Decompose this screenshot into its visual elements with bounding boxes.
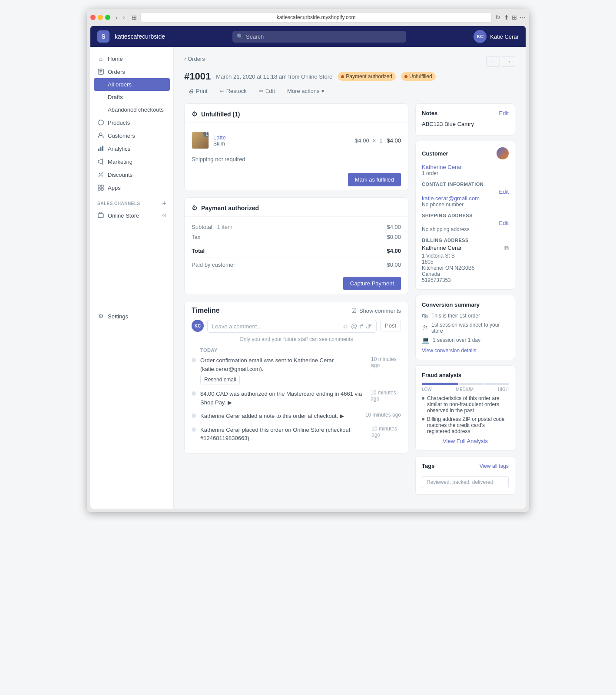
marketing-icon	[97, 158, 104, 165]
timeline-dot	[192, 427, 196, 432]
discounts-icon	[97, 171, 104, 178]
svg-rect-15	[98, 214, 103, 218]
unfulfilled-icon: ⚙	[192, 110, 198, 118]
item-name[interactable]: Latte	[213, 134, 351, 141]
print-button[interactable]: 🖨 Print	[184, 86, 212, 96]
sidebar-item-orders[interactable]: Orders	[90, 65, 173, 78]
payment-badge-dot	[341, 75, 344, 78]
sidebar-item-settings[interactable]: ⚙ Settings	[90, 309, 173, 323]
sidebar-item-discounts[interactable]: Discounts	[90, 168, 173, 181]
billing-name: Katherine Cerar	[422, 245, 474, 251]
resend-email-button[interactable]: Resend email	[200, 375, 240, 384]
svg-point-8	[99, 173, 100, 174]
forward-button[interactable]: ›	[121, 13, 127, 22]
svg-point-4	[99, 133, 102, 136]
mention-icon[interactable]: @	[351, 323, 357, 330]
url-bar[interactable]: katiescafecurbside.myshopify.com	[140, 12, 492, 23]
contact-edit-button[interactable]: Edit	[499, 189, 509, 195]
sidebar-label-home: Home	[108, 56, 123, 62]
sidebar-item-marketing[interactable]: Marketing	[90, 155, 173, 168]
sidebar-item-apps[interactable]: Apps	[90, 181, 173, 194]
contact-info-label: CONTACT INFORMATION	[422, 182, 509, 187]
comment-input-box[interactable]: Leave a comment... ☺ @ # 🖇	[207, 320, 377, 333]
view-analysis-link[interactable]: View Full Analysis	[422, 438, 509, 444]
new-tab-button[interactable]: ⊞	[512, 14, 517, 21]
restock-button[interactable]: ↩ Restock	[215, 86, 251, 96]
fraud-title: Fraud analysis	[422, 372, 461, 378]
minimize-dot[interactable]	[98, 15, 103, 20]
customer-card: Customer Katherine Cerar 1 order CONTACT…	[415, 141, 515, 290]
sidebar-item-analytics[interactable]: Analytics	[90, 142, 173, 155]
timeline-event-3: Katherine Cerar placed this order on Onl…	[192, 426, 401, 443]
sidebar-label-analytics: Analytics	[108, 146, 130, 152]
apps-icon	[97, 184, 104, 191]
fraud-bullet-0	[422, 397, 424, 400]
close-dot[interactable]	[90, 15, 96, 20]
settings-icon: ⚙	[97, 313, 104, 320]
tags-input[interactable]	[422, 476, 509, 488]
reload-button[interactable]: ↻	[495, 14, 500, 21]
timeline-dot	[192, 391, 196, 396]
prev-order-button[interactable]: ←	[486, 56, 500, 67]
copy-address-icon[interactable]: ⧉	[504, 245, 509, 252]
fulfillment-status-badge: Unfulfilled	[401, 72, 436, 81]
emoji-icon[interactable]: ☺	[342, 323, 348, 330]
timeline-event-time-0: 10 minutes ago	[371, 356, 401, 368]
sidebar-item-drafts[interactable]: Drafts	[90, 91, 173, 103]
maximize-dot[interactable]	[105, 15, 110, 20]
sidebar-label-marketing: Marketing	[108, 159, 132, 165]
more-actions-button[interactable]: More actions ▾	[283, 86, 328, 96]
sidebar-item-products[interactable]: Products	[90, 116, 173, 129]
session-icon: 💻	[422, 337, 429, 344]
home-icon: ⌂	[97, 55, 104, 62]
sidebar-item-home[interactable]: ⌂ Home	[90, 52, 173, 65]
attachment-icon[interactable]: 🖇	[366, 323, 372, 330]
edit-icon: ✏	[259, 88, 264, 94]
item-total: $4.00	[387, 137, 401, 144]
view-conversion-link[interactable]: View conversion details	[422, 348, 476, 354]
conversion-line1: This is their 1st order	[431, 313, 480, 319]
search-bar[interactable]: 🔍 Search	[232, 31, 406, 43]
user-avatar[interactable]: KC	[474, 30, 487, 43]
breadcrumb[interactable]: ‹ Orders	[184, 56, 205, 62]
sidebar-item-online-store[interactable]: Online Store ⊙	[90, 209, 173, 222]
back-button[interactable]: ‹	[114, 13, 119, 22]
sidebar-label-online-store: Online Store	[108, 212, 139, 219]
products-icon	[97, 119, 104, 126]
share-button[interactable]: ⬆	[504, 14, 509, 21]
view-all-tags-link[interactable]: View all tags	[480, 463, 509, 469]
orders-icon	[97, 68, 104, 75]
fraud-bullet-1	[422, 418, 424, 420]
sidebar-item-abandoned[interactable]: Abandoned checkouts	[90, 103, 173, 116]
show-comments-toggle[interactable]: ☑ Show comments	[351, 308, 401, 314]
fraud-point-text-0: Characteristics of this order are simila…	[427, 395, 509, 414]
item-price: $4.00	[355, 137, 369, 144]
customer-email[interactable]: katie.cerar@gmail.com	[422, 195, 509, 202]
mark-fulfilled-button[interactable]: Mark as fulfilled	[348, 173, 401, 186]
edit-button[interactable]: ✏ Edit	[255, 86, 279, 96]
svg-rect-5	[98, 149, 99, 151]
customer-title: Customer	[422, 150, 448, 157]
svg-rect-13	[98, 188, 100, 190]
next-order-button[interactable]: →	[502, 56, 515, 67]
conversion-line2: 1st session was direct to your store	[431, 322, 509, 334]
post-button[interactable]: Post	[380, 320, 401, 331]
capture-payment-button[interactable]: Capture Payment	[343, 277, 401, 290]
sidebar: ⌂ Home Orders All orders Drafts	[90, 47, 174, 509]
hashtag-icon[interactable]: #	[360, 323, 363, 330]
add-channel-button[interactable]: +	[162, 199, 166, 207]
shipping-edit-button[interactable]: Edit	[499, 220, 509, 226]
total-row: Total $4.00	[192, 244, 401, 256]
payment-title: Payment authorized	[201, 205, 259, 212]
sidebar-item-all-orders[interactable]: All orders	[94, 78, 170, 91]
online-store-settings-icon[interactable]: ⊙	[162, 212, 166, 218]
comment-placeholder: Leave a comment...	[212, 323, 262, 330]
billing-country: Canada	[422, 271, 474, 277]
notes-edit-button[interactable]: Edit	[499, 110, 509, 116]
tabs-button[interactable]: ⊞	[132, 14, 137, 21]
tags-header: Tags View all tags	[422, 463, 509, 469]
item-quantity-badge: 1	[203, 132, 209, 137]
customer-name-link[interactable]: Katherine Cerar	[422, 164, 509, 170]
sidebar-item-customers[interactable]: Customers	[90, 129, 173, 142]
more-button[interactable]: ⋯	[520, 14, 526, 21]
